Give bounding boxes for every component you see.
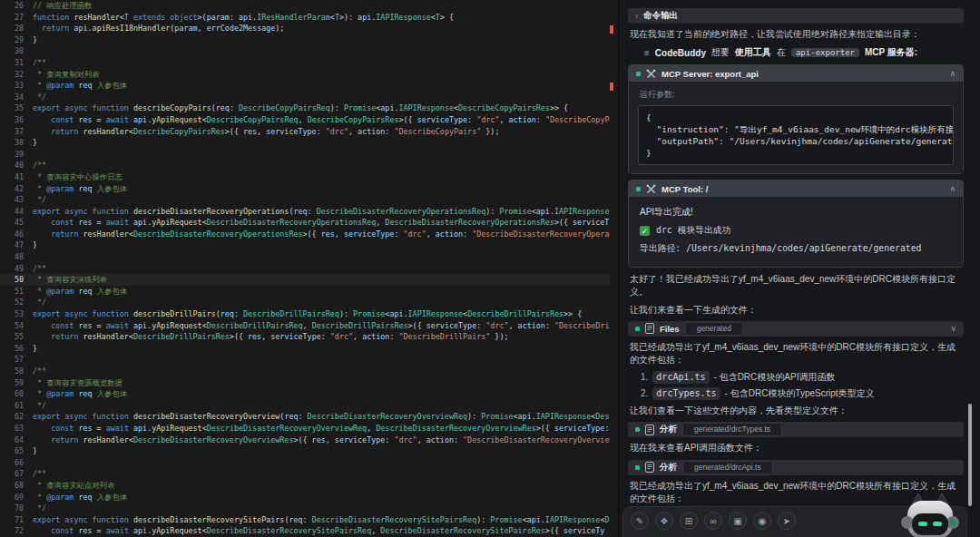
code-line[interactable]: 38} [0,137,610,149]
code-line[interactable]: 61 */ [0,400,610,412]
files-badge[interactable]: generated [685,322,743,336]
chevron-up-icon[interactable]: ∧ [949,69,956,78]
code-editor[interactable]: 26// 响应处理函数27function resHandler<T exten… [0,0,618,537]
code-line[interactable]: 50 * 查询容灾演练列表 [0,274,610,286]
line-number: 54 [0,320,33,332]
code-line[interactable]: 44export async function describeDisaster… [0,206,610,218]
code-line[interactable]: 31/** [0,57,610,69]
view-files-text: 让我们来查看一下生成的文件： [630,304,962,317]
line-number: 45 [0,217,33,229]
status-dot [636,187,641,191]
line-number: 42 [0,183,33,195]
code-line[interactable]: 33 * @param req 入参包体 [0,80,610,92]
code-line[interactable]: 29} [0,34,610,46]
code-line[interactable]: 47} [0,239,610,251]
code-line[interactable]: 37 return resHandler<DescribeCopyPairsRe… [0,126,610,138]
file-icon [645,425,654,435]
line-number: 63 [0,423,33,434]
code-line[interactable]: 49/** [0,263,610,275]
export-path: /Users/kevinjhma/codes/apiGenerate/gener… [686,243,922,253]
panel-scrollbar[interactable] [968,404,972,506]
code-line[interactable]: 66 [0,457,610,469]
mcp-server-title: MCP Server: export_api [662,69,759,79]
extensions-icon[interactable]: ⊞ [680,512,698,530]
mcp-server-body: 运行参数: { "instruction": "导出yf_m4_v6iaas_d… [629,82,963,173]
code-line[interactable]: 53export async function describeDrillPai… [0,308,610,320]
code-line[interactable]: 63 const res = await api.yApiRequest<Des… [0,423,610,434]
code-line[interactable]: 30 [0,45,610,57]
line-number: 26 [0,0,33,12]
code-line[interactable]: 56} [0,343,610,355]
code-line[interactable]: 70 */ [0,503,610,514]
chevron-up-icon[interactable]: ∧ [949,184,956,193]
line-number: 43 [0,194,33,206]
code-line[interactable]: 39 [0,149,610,161]
chevron-down-icon[interactable]: ∨ [950,324,956,333]
code-line[interactable]: 54 const res = await api.yApiRequest<Des… [0,320,610,332]
code-line[interactable]: 62export async function describeDisaster… [0,411,610,423]
code-line[interactable]: 55 return resHandler<DescribeDrillPairsR… [0,331,610,343]
code-line[interactable]: 52 */ [0,297,610,308]
line-number: 65 [0,445,33,457]
media-icon[interactable]: ▣ [729,512,747,530]
code-line[interactable]: 42 * @param req 入参包体 [0,183,610,195]
code-line[interactable]: 65} [0,445,610,457]
preview-icon[interactable]: ◉ [753,512,771,530]
code-line[interactable]: 68 * 查询容灾站点对列表 [0,480,610,492]
code-line[interactable]: 67/** [0,468,610,480]
code-line[interactable]: 43 */ [0,194,610,206]
code-line[interactable]: 51 * @param req 入参包体 [0,286,610,298]
line-number: 69 [0,492,33,503]
line-number: 53 [0,308,33,320]
navigate-icon[interactable]: ❖ [655,512,673,530]
rocket-icon[interactable]: ➤ [778,512,796,530]
code-line[interactable]: 64 return resHandler<DescribeDisasterRec… [0,434,610,446]
line-number: 68 [0,480,33,492]
code-line[interactable]: 27function resHandler<T extends object>(… [0,12,610,24]
export-success-row: ✓ drc 模块导出成功 [640,225,952,237]
code-line[interactable]: 32 * 查询复制对列表 [0,69,610,81]
codebuddy-mascot[interactable] [900,493,960,537]
code-line[interactable]: 48 [0,251,610,263]
code-line[interactable]: 60 * @param req 入参包体 [0,388,610,400]
code-line[interactable]: 36 const res = await api.yApiRequest<Des… [0,114,610,126]
view-content-text: 让我们查看一下这些文件的内容，先看类型定义文件： [630,405,962,417]
code-line[interactable]: 34 */ [0,92,610,103]
server-name-pill: api-exporter [791,48,859,57]
line-number: 48 [0,251,33,263]
file-name-code: drcTypes.ts [652,387,720,400]
compose-icon[interactable]: ✎ [631,512,649,530]
mcp-tool-header[interactable]: MCP Tool: / ∧ [629,181,963,197]
analyze-types-section[interactable]: 分析 generated/drcTypes.ts [628,422,964,437]
code-line[interactable]: 45 const res = await api.yApiRequest<Des… [0,217,610,229]
mcp-server-header[interactable]: MCP Server: export_api ∧ [629,65,963,82]
code-line[interactable]: 28 return api.apiResI18nHandler(param, e… [0,23,610,34]
code-line[interactable]: 26// 响应处理函数 [0,0,610,12]
file-desc: - 包含DRC模块的API调用函数 [714,371,836,384]
command-output-section[interactable]: › 命令输出 [628,8,964,24]
line-number: 40 [0,160,33,171]
code-line[interactable]: 57 [0,354,610,366]
code-line[interactable]: 58/** [0,366,610,377]
line-number: 52 [0,297,33,308]
line-number: 55 [0,331,33,343]
analyze-api-badge[interactable]: generated/drcApi.ts [682,461,773,474]
link-icon[interactable]: ∞ [704,512,722,530]
code-line[interactable]: 59 * 查询容灾资源概览数据 [0,377,610,389]
analyze-api-section[interactable]: 分析 generated/drcApi.ts [628,460,964,475]
check-icon: ✓ [640,226,650,236]
code-line[interactable]: 40/** [0,160,610,171]
code-line[interactable]: 71export async function describeDisaster… [0,514,610,526]
mcp-tool-body: API导出完成! ✓ drc 模块导出成功 导出路径: /Users/kevin… [629,197,963,267]
files-section[interactable]: Files generated ∨ [628,321,964,337]
line-number: 34 [0,92,33,103]
code-line[interactable]: 35export async function describeCopyPair… [0,103,610,114]
line-number: 30 [0,45,33,57]
line-number: 51 [0,286,33,298]
code-line[interactable]: 72 const res = await api.yApiRequest<Des… [0,525,610,537]
analyze-types-badge[interactable]: generated/drcTypes.ts [682,423,782,436]
module-success-text: drc 模块导出成功 [656,225,730,237]
code-line[interactable]: 41 * 查询容灾中心操作日志 [0,171,610,183]
code-line[interactable]: 46 return resHandler<DescribeDisasterRec… [0,229,610,240]
code-line[interactable]: 69 * @param req 入参包体 [0,492,610,503]
